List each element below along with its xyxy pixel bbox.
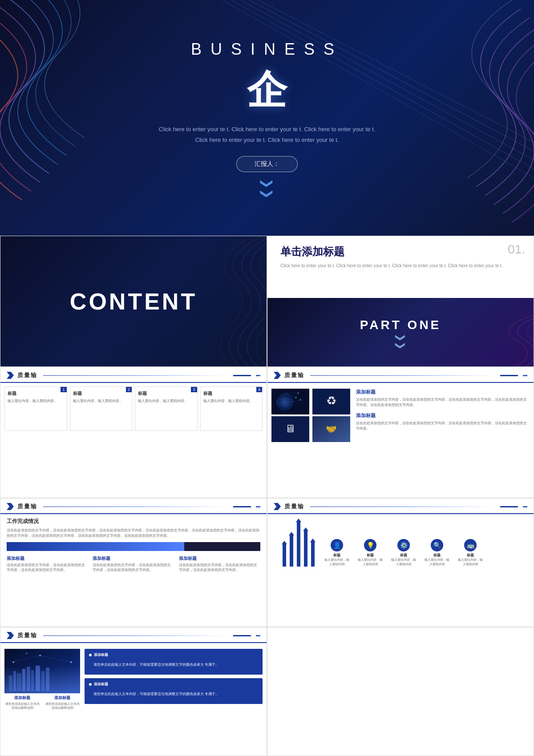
col1-title: 添加标题 xyxy=(7,555,88,562)
slide5-header-icon xyxy=(274,372,281,379)
box2-text: 输入塑出内容，输入塑拟内容。 xyxy=(73,398,129,403)
org-label-5: 标题 xyxy=(467,553,474,558)
slide4-header-title: 质量输 xyxy=(17,371,37,379)
org-node-4: 🔍 标题 输入塑出内容，输入塑拟内容 xyxy=(424,539,450,567)
slide8-labels: 添加标题 请您单击此处输入文本内容加以解释说明 添加标题 请您单击此处输入文本内… xyxy=(4,695,80,710)
tech-sphere-image xyxy=(271,389,309,414)
org-node-5: 🚌 标题 输入塑出内容，输入塑拟内容 xyxy=(457,539,484,567)
content-boxes-row: 1 标题 输入塑出内容，输入塑拟内容。 2 标题 输入塑出内容，输入塑拟内容。 … xyxy=(0,386,267,431)
slide8-left-section: 添加标题 请您单击此处输入文本内容加以解释说明 添加标题 请您单击此处输入文本内… xyxy=(4,649,80,710)
org-icon-4: 🔍 xyxy=(431,539,443,551)
slide6-header: 质量输 xyxy=(0,498,267,514)
part-one-chevron-icon: ❯❯ xyxy=(395,334,406,350)
bullet-box-1: 添加标题 请您单击此处输入文本内容，可根据需要适当地调整文字的颜色或者大 专属于… xyxy=(85,649,263,675)
col2-title: 添加标题 xyxy=(93,555,174,562)
chevron-down-icon: ❯❯ xyxy=(260,178,275,198)
slide-3-part-one: 01. 单击添加标题 Click here to enter your te t… xyxy=(267,236,534,367)
section2-title: 添加标题 xyxy=(356,412,530,419)
slide7-header-title: 质量输 xyxy=(284,503,304,511)
monitor-image: 🖥 xyxy=(271,416,309,442)
slide-9-extra xyxy=(267,627,534,756)
label1-title: 添加标题 xyxy=(4,695,40,701)
slide-6-work-completion: 质量输 工作完成情况 活在此处添加您的文字内容，活在此处添加您的文字内容，活在此… xyxy=(0,498,267,627)
org-icon-1: 👤 xyxy=(331,539,343,551)
box3-label: 标题 xyxy=(138,390,194,397)
org-node-3: ⚙️ 标题 输入塑出内容，输入塑拟内容 xyxy=(390,539,417,567)
bullet-dot-2 xyxy=(89,683,92,686)
col-item-2: 添加标题 活在此处添加您的文字内容，活在此处添加您的文字内容，活在此处添加您的文… xyxy=(93,555,174,572)
hands-image: 🤝 xyxy=(312,416,350,442)
org-desc-5: 输入塑出内容，输入塑拟内容 xyxy=(457,558,484,567)
slide5-header-title: 质量输 xyxy=(284,371,304,379)
org-label-2: 标题 xyxy=(367,553,374,558)
bullet-item-1b: 请您单击此处输入文本内容，可根据需要适当地调整文字的颜色或者大 专属于。 xyxy=(89,662,258,668)
label-box-2: 添加标题 请您单击此处输入文本内容加以解释说明 xyxy=(44,695,80,710)
svg-point-14 xyxy=(298,393,299,394)
org-icon-5: 🚌 xyxy=(464,539,477,551)
bullet-item-1: 添加标题 xyxy=(89,652,258,659)
col1-text: 活在此处添加您的文字内容，活在此处添加您的文字内容，活在此处添加您的文字内容。 xyxy=(7,563,88,572)
org-icon-2: 💡 xyxy=(364,539,376,551)
label2-title: 添加标题 xyxy=(44,695,80,701)
org-desc-1: 输入塑出内容，输入塑拟内容 xyxy=(324,558,350,567)
org-desc-2: 输入塑出内容，输入塑拟内容 xyxy=(357,558,384,567)
slide8-header-title: 质量输 xyxy=(17,631,37,639)
bullet-text-1: 请您单击此处输入文本内容，可根据需要适当地调整文字的颜色或者大 专属于。 xyxy=(93,662,219,668)
hero-subtitle: Click here to enter your te t. Click her… xyxy=(156,124,378,145)
content-box-4[interactable]: 4 标题 输入塑出内容，输入塑拟内容。 xyxy=(200,386,263,431)
content-box-2[interactable]: 2 标题 输入塑出内容，输入塑拟内容。 xyxy=(70,386,133,431)
slide-5-images-text: 质量输 xyxy=(267,367,534,498)
svg-point-38 xyxy=(26,653,28,654)
slide-2-content: CONTENT xyxy=(0,236,267,367)
content-box-3[interactable]: 3 标题 输入塑出内容，输入塑拟内容。 xyxy=(135,386,198,431)
slide6-body: 工作完成情况 活在此处添加您的文字内容，活在此处添加您的文字内容，活在此处添加您… xyxy=(0,518,267,572)
bullet-text-2: 请您单击此处输入文本内容，可根据需要适当地调整文字的颜色或者大 专属于。 xyxy=(93,692,219,697)
part-one-title: PART ONE xyxy=(360,318,441,332)
slide6-header-icon xyxy=(7,503,14,510)
org-label-4: 标题 xyxy=(433,553,441,558)
slide6-header-title: 质量输 xyxy=(17,503,37,511)
slide-1-hero: BUSINESS 企 Click here to enter your te t… xyxy=(0,0,534,236)
bullet-title-2: 添加标题 xyxy=(94,682,108,687)
slide8-bullets-section: 添加标题 请您单击此处输入文本内容，可根据需要适当地调整文字的颜色或者大 专属于… xyxy=(85,649,263,710)
col3-title: 添加标题 xyxy=(179,555,260,562)
slide-number: 01. xyxy=(508,242,525,257)
org-icon-3: ⚙️ xyxy=(397,539,410,551)
slide8-body: 添加标题 请您单击此处输入文本内容加以解释说明 添加标题 请您单击此处输入文本内… xyxy=(0,647,267,712)
col3-text: 活在此处添加您的文字内容，活在此处添加您的文字内容，活在此处添加您的文字内容。 xyxy=(179,563,260,572)
section1-title: 添加标题 xyxy=(356,389,530,395)
box1-label: 标题 xyxy=(8,390,64,397)
recycle-image: ♻ xyxy=(312,389,350,414)
svg-point-13 xyxy=(295,397,297,398)
bullet-dot-1 xyxy=(89,654,92,656)
box1-text: 输入塑出内容，输入塑拟内容。 xyxy=(8,398,64,403)
label-box-1: 添加标题 请您单击此处输入文本内容加以解释说明 xyxy=(4,695,40,710)
slide8-header-icon xyxy=(7,632,14,639)
slide-4-content-boxes: 质量输 1 标题 输入塑出内容，输入塑拟内容。 2 标题 输入塑出内容，输入塑拟… xyxy=(0,367,267,498)
section1-desc: 活在此处添加您的文字内容，活在此处添加您的文字内容，活在此处添加您的文字内容，活… xyxy=(356,397,530,408)
slide-7-org-chart: 质量输 xyxy=(267,498,534,627)
slide5-header: 质量输 xyxy=(267,367,534,383)
org-node-1: 👤 标题 输入塑出内容，输入塑拟内容 xyxy=(324,539,350,567)
box4-label: 标题 xyxy=(203,390,260,397)
bullet-title-1: 添加标题 xyxy=(94,652,108,658)
reporter-box[interactable]: 汇报人： xyxy=(236,156,298,172)
col-item-1: 添加标题 活在此处添加您的文字内容，活在此处添加您的文字内容，活在此处添加您的文… xyxy=(7,555,88,572)
slide5-text-sections: 添加标题 活在此处添加您的文字内容，活在此处添加您的文字内容，活在此处添加您的文… xyxy=(356,389,530,442)
label2-sub: 请您单击此处输入文本内容加以解释说明 xyxy=(44,702,80,710)
svg-text:🖥: 🖥 xyxy=(285,422,295,434)
slide5-images-grid: ♻ 🖥 xyxy=(271,389,352,442)
content-title: CONTENT xyxy=(70,288,197,315)
content-box-1[interactable]: 1 标题 输入塑出内容，输入塑拟内容。 xyxy=(4,386,67,431)
svg-text:🤝: 🤝 xyxy=(326,424,337,434)
org-desc-3: 输入塑出内容，输入塑拟内容 xyxy=(390,558,417,567)
city-network-image xyxy=(4,649,80,693)
slide-8-city-bullets: 质量输 xyxy=(0,627,267,756)
three-cols-section: 添加标题 活在此处添加您的文字内容，活在此处添加您的文字内容，活在此处添加您的文… xyxy=(7,555,260,572)
org-desc-4: 输入塑出内容，输入塑拟内容 xyxy=(424,558,450,567)
bullet-item-2: 添加标题 xyxy=(89,682,258,688)
svg-point-37 xyxy=(70,661,72,663)
work-desc: 活在此处添加您的文字内容，活在此处添加您的文字内容，活在此处添加您的文字内容，活… xyxy=(7,528,260,539)
org-node-2: 💡 标题 输入塑出内容，输入塑拟内容 xyxy=(357,539,384,567)
box4-text: 输入塑出内容，输入塑拟内容。 xyxy=(203,398,260,403)
